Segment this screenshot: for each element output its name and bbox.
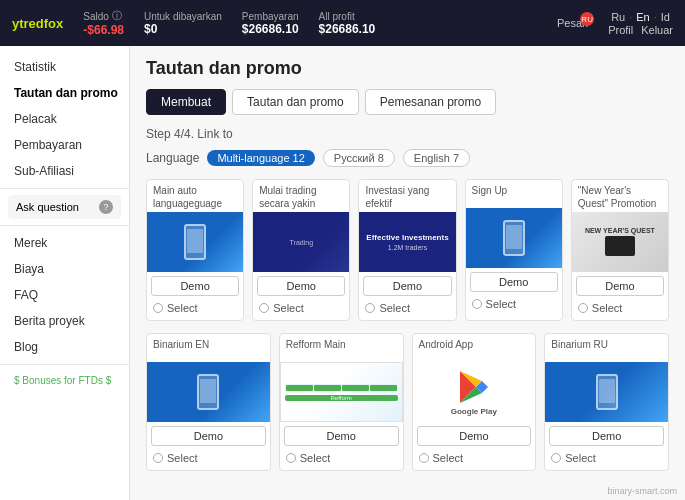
select-label-7: Select bbox=[300, 452, 331, 464]
banner-label-9: Binarium RU bbox=[545, 334, 668, 362]
banner-thumb-7: Refform bbox=[280, 362, 403, 422]
select-radio-2[interactable] bbox=[259, 303, 269, 313]
sidebar-item-tautan[interactable]: Tautan dan promo bbox=[0, 80, 129, 106]
sidebar-item-faq[interactable]: FAQ bbox=[0, 282, 129, 308]
demo-button-8[interactable]: Demo bbox=[417, 426, 532, 446]
sidebar-item-biaya[interactable]: Biaya bbox=[0, 256, 129, 282]
select-radio-5[interactable] bbox=[578, 303, 588, 313]
banner-thumb-6 bbox=[147, 362, 270, 422]
ask-question-button[interactable]: Ask question ? bbox=[8, 195, 121, 219]
top-navigation: ytredfox Saldo ⓘ -$66.98 Untuk dibayarka… bbox=[0, 0, 685, 46]
banner-thumb-4 bbox=[466, 208, 562, 268]
demo-button-6[interactable]: Demo bbox=[151, 426, 266, 446]
select-row-8: Select bbox=[413, 450, 536, 470]
demo-button-5[interactable]: Demo bbox=[576, 276, 664, 296]
sidebar-item-bonuses[interactable]: $ Bonuses for FTDs $ bbox=[0, 369, 129, 392]
profil-link[interactable]: Profil bbox=[608, 24, 633, 36]
sidebar-item-blog[interactable]: Blog bbox=[0, 334, 129, 360]
select-radio-4[interactable] bbox=[472, 299, 482, 309]
tabs-bar: Membuat Tautan dan promo Pemesanan promo bbox=[146, 89, 669, 115]
pesan-item[interactable]: Pesan RU bbox=[557, 16, 588, 30]
banner-grid-row1: Main auto languageguage Demo Select Mula… bbox=[146, 179, 669, 321]
demo-button-2[interactable]: Demo bbox=[257, 276, 345, 296]
select-label-5: Select bbox=[592, 302, 623, 314]
sidebar-item-berita[interactable]: Berita proyek bbox=[0, 308, 129, 334]
banner-thumb-5: NEW YEAR'S QUEST bbox=[572, 212, 668, 272]
tab-pemesanan[interactable]: Pemesanan promo bbox=[365, 89, 496, 115]
page-title: Tautan dan promo bbox=[146, 58, 669, 79]
lang-chip-english[interactable]: English 7 bbox=[403, 149, 470, 167]
main-layout: Statistik Tautan dan promo Pelacak Pemba… bbox=[0, 46, 685, 500]
banner-card-9: Binarium RU Demo Select bbox=[544, 333, 669, 471]
demo-button-1[interactable]: Demo bbox=[151, 276, 239, 296]
banner-label-2: Mulai trading secara yakin bbox=[253, 180, 349, 212]
select-label-6: Select bbox=[167, 452, 198, 464]
demo-button-7[interactable]: Demo bbox=[284, 426, 399, 446]
banner-label-8: Android App bbox=[413, 334, 536, 362]
saldo-label: Saldo ⓘ bbox=[83, 9, 122, 23]
banner-card-5: "New Year's Quest" Promotion NEW YEAR'S … bbox=[571, 179, 669, 321]
select-row-1: Select bbox=[147, 300, 243, 320]
banner-card-1: Main auto languageguage Demo Select bbox=[146, 179, 244, 321]
banner-card-3: Investasi yang efektif Effective Investm… bbox=[358, 179, 456, 321]
untuk-label: Untuk dibayarkan bbox=[144, 11, 222, 22]
lang-id[interactable]: Id bbox=[661, 11, 670, 23]
select-radio-6[interactable] bbox=[153, 453, 163, 463]
sidebar-item-subafiliasi[interactable]: Sub-Afiliasi bbox=[0, 158, 129, 184]
keluar-link[interactable]: Keluar bbox=[641, 24, 673, 36]
select-row-9: Select bbox=[545, 450, 668, 470]
banner-card-6: Binarium EN Demo Select bbox=[146, 333, 271, 471]
pembayaran-label: Pembayaran bbox=[242, 11, 299, 22]
tab-membuat[interactable]: Membuat bbox=[146, 89, 226, 115]
sidebar-item-merek[interactable]: Merek bbox=[0, 230, 129, 256]
pembayaran-value: $26686.10 bbox=[242, 22, 299, 36]
info-icon[interactable]: ⓘ bbox=[112, 9, 122, 23]
profit-label: All profit bbox=[319, 11, 355, 22]
brand-logo: ytredfox bbox=[12, 16, 63, 31]
banner-label-6: Binarium EN bbox=[147, 334, 270, 362]
banner-card-2: Mulai trading secara yakin Trading Demo … bbox=[252, 179, 350, 321]
banner-thumb-2: Trading bbox=[253, 212, 349, 272]
untuk-value: $0 bbox=[144, 22, 157, 36]
lang-ru[interactable]: Ru bbox=[611, 11, 625, 23]
sidebar-item-pembayaran[interactable]: Pembayaran bbox=[0, 132, 129, 158]
language-filters: Language Multi-language 12 Русский 8 Eng… bbox=[146, 149, 669, 167]
select-label-4: Select bbox=[486, 298, 517, 310]
banner-label-3: Investasi yang efektif bbox=[359, 180, 455, 212]
pembayaran-item: Pembayaran $26686.10 bbox=[242, 11, 299, 36]
demo-button-4[interactable]: Demo bbox=[470, 272, 558, 292]
banner-thumb-1 bbox=[147, 212, 243, 272]
banner-grid-row2: Binarium EN Demo Select Refform Main bbox=[146, 333, 669, 471]
sidebar-item-pelacak[interactable]: Pelacak bbox=[0, 106, 129, 132]
select-label-9: Select bbox=[565, 452, 596, 464]
banner-label-7: Refform Main bbox=[280, 334, 403, 362]
sidebar-item-statistik[interactable]: Statistik bbox=[0, 54, 129, 80]
banner-card-7: Refform Main Refform Demo bbox=[279, 333, 404, 471]
demo-button-9[interactable]: Demo bbox=[549, 426, 664, 446]
banner-thumb-9 bbox=[545, 362, 668, 422]
select-radio-8[interactable] bbox=[419, 453, 429, 463]
lang-en[interactable]: En bbox=[636, 11, 649, 23]
select-radio-3[interactable] bbox=[365, 303, 375, 313]
banner-thumb-8: Google Play bbox=[413, 362, 536, 422]
content-area: Tautan dan promo Membuat Tautan dan prom… bbox=[130, 46, 685, 500]
google-play-label: Google Play bbox=[451, 407, 497, 416]
demo-button-3[interactable]: Demo bbox=[363, 276, 451, 296]
banner-card-8: Android App Google Play Demo bbox=[412, 333, 537, 471]
select-row-3: Select bbox=[359, 300, 455, 320]
tab-tautan[interactable]: Tautan dan promo bbox=[232, 89, 359, 115]
lang-chip-russian[interactable]: Русский 8 bbox=[323, 149, 395, 167]
select-row-5: Select bbox=[572, 300, 668, 320]
lang-chip-multilanguage[interactable]: Multi-language 12 bbox=[207, 150, 314, 166]
sidebar: Statistik Tautan dan promo Pelacak Pemba… bbox=[0, 46, 130, 500]
saldo-item: Saldo ⓘ -$66.98 bbox=[83, 9, 124, 37]
banner-label-5: "New Year's Quest" Promotion bbox=[572, 180, 668, 212]
select-radio-7[interactable] bbox=[286, 453, 296, 463]
google-play-icon bbox=[456, 369, 492, 405]
select-row-6: Select bbox=[147, 450, 270, 470]
language-switcher[interactable]: Ru · En · Id bbox=[611, 11, 670, 23]
select-radio-9[interactable] bbox=[551, 453, 561, 463]
language-filter-label: Language bbox=[146, 151, 199, 165]
select-row-4: Select bbox=[466, 296, 562, 316]
select-radio-1[interactable] bbox=[153, 303, 163, 313]
